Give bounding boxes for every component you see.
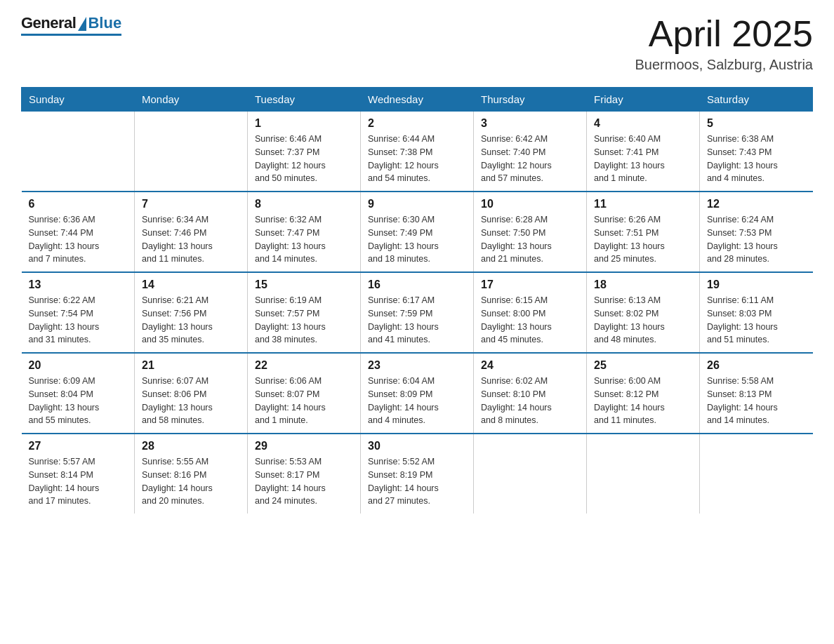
day-info: Sunrise: 6:11 AM Sunset: 8:03 PM Dayligh… xyxy=(707,294,806,347)
calendar-cell: 23Sunrise: 6:04 AM Sunset: 8:09 PM Dayli… xyxy=(361,353,474,434)
calendar-header-row: SundayMondayTuesdayWednesdayThursdayFrid… xyxy=(22,88,813,112)
calendar-cell: 26Sunrise: 5:58 AM Sunset: 8:13 PM Dayli… xyxy=(700,353,813,434)
day-info: Sunrise: 6:26 AM Sunset: 7:51 PM Dayligh… xyxy=(594,213,692,266)
day-info: Sunrise: 6:38 AM Sunset: 7:43 PM Dayligh… xyxy=(707,133,806,185)
day-info: Sunrise: 6:34 AM Sunset: 7:46 PM Dayligh… xyxy=(142,213,240,266)
calendar-cell: 6Sunrise: 6:36 AM Sunset: 7:44 PM Daylig… xyxy=(22,192,135,272)
day-info: Sunrise: 6:28 AM Sunset: 7:50 PM Dayligh… xyxy=(481,213,579,266)
calendar-week-row: 27Sunrise: 5:57 AM Sunset: 8:14 PM Dayli… xyxy=(22,434,813,514)
day-number: 29 xyxy=(255,440,353,452)
day-number: 22 xyxy=(255,359,353,372)
page-header: General Blue April 2025 Buermoos, Salzbu… xyxy=(21,14,813,73)
calendar-cell: 2Sunrise: 6:44 AM Sunset: 7:38 PM Daylig… xyxy=(361,112,474,192)
calendar-cell xyxy=(135,112,248,192)
calendar-cell: 27Sunrise: 5:57 AM Sunset: 8:14 PM Dayli… xyxy=(22,434,135,514)
day-info: Sunrise: 6:15 AM Sunset: 8:00 PM Dayligh… xyxy=(481,294,579,347)
calendar-week-row: 13Sunrise: 6:22 AM Sunset: 7:54 PM Dayli… xyxy=(22,272,813,353)
day-number: 9 xyxy=(368,198,466,210)
day-info: Sunrise: 5:58 AM Sunset: 8:13 PM Dayligh… xyxy=(707,375,806,427)
month-title: April 2025 xyxy=(635,14,813,54)
day-info: Sunrise: 6:04 AM Sunset: 8:09 PM Dayligh… xyxy=(368,375,466,427)
calendar-cell: 15Sunrise: 6:19 AM Sunset: 7:57 PM Dayli… xyxy=(248,272,361,353)
day-number: 23 xyxy=(368,359,466,372)
title-section: April 2025 Buermoos, Salzburg, Austria xyxy=(635,14,813,73)
day-info: Sunrise: 6:22 AM Sunset: 7:54 PM Dayligh… xyxy=(29,294,128,347)
calendar-cell: 7Sunrise: 6:34 AM Sunset: 7:46 PM Daylig… xyxy=(135,192,248,272)
calendar-cell: 19Sunrise: 6:11 AM Sunset: 8:03 PM Dayli… xyxy=(700,272,813,353)
calendar-cell: 14Sunrise: 6:21 AM Sunset: 7:56 PM Dayli… xyxy=(135,272,248,353)
day-number: 13 xyxy=(29,279,128,291)
calendar-cell: 29Sunrise: 5:53 AM Sunset: 8:17 PM Dayli… xyxy=(248,434,361,514)
day-info: Sunrise: 5:57 AM Sunset: 8:14 PM Dayligh… xyxy=(29,455,128,508)
day-number: 24 xyxy=(481,359,579,372)
calendar-cell xyxy=(700,434,813,514)
day-number: 17 xyxy=(481,279,579,291)
day-number: 12 xyxy=(707,198,806,210)
calendar-cell xyxy=(587,434,700,514)
calendar-cell: 18Sunrise: 6:13 AM Sunset: 8:02 PM Dayli… xyxy=(587,272,700,353)
calendar-cell: 16Sunrise: 6:17 AM Sunset: 7:59 PM Dayli… xyxy=(361,272,474,353)
day-number: 1 xyxy=(255,117,353,130)
column-header-tuesday: Tuesday xyxy=(248,88,361,112)
calendar-week-row: 6Sunrise: 6:36 AM Sunset: 7:44 PM Daylig… xyxy=(22,192,813,272)
calendar-cell: 30Sunrise: 5:52 AM Sunset: 8:19 PM Dayli… xyxy=(361,434,474,514)
calendar-cell: 10Sunrise: 6:28 AM Sunset: 7:50 PM Dayli… xyxy=(474,192,587,272)
day-number: 5 xyxy=(707,117,806,130)
calendar-cell: 25Sunrise: 6:00 AM Sunset: 8:12 PM Dayli… xyxy=(587,353,700,434)
location-text: Buermoos, Salzburg, Austria xyxy=(635,57,813,73)
calendar-cell: 12Sunrise: 6:24 AM Sunset: 7:53 PM Dayli… xyxy=(700,192,813,272)
calendar-week-row: 20Sunrise: 6:09 AM Sunset: 8:04 PM Dayli… xyxy=(22,353,813,434)
day-number: 16 xyxy=(368,279,466,291)
calendar-week-row: 1Sunrise: 6:46 AM Sunset: 7:37 PM Daylig… xyxy=(22,112,813,192)
column-header-monday: Monday xyxy=(135,88,248,112)
day-number: 2 xyxy=(368,117,466,130)
day-number: 30 xyxy=(368,440,466,452)
day-info: Sunrise: 6:06 AM Sunset: 8:07 PM Dayligh… xyxy=(255,375,353,427)
logo: General Blue xyxy=(21,14,121,36)
day-number: 6 xyxy=(29,198,128,210)
day-info: Sunrise: 6:44 AM Sunset: 7:38 PM Dayligh… xyxy=(368,133,466,185)
calendar-cell: 4Sunrise: 6:40 AM Sunset: 7:41 PM Daylig… xyxy=(587,112,700,192)
day-info: Sunrise: 6:42 AM Sunset: 7:40 PM Dayligh… xyxy=(481,133,579,185)
calendar-cell: 9Sunrise: 6:30 AM Sunset: 7:49 PM Daylig… xyxy=(361,192,474,272)
day-number: 3 xyxy=(481,117,579,130)
day-info: Sunrise: 6:40 AM Sunset: 7:41 PM Dayligh… xyxy=(594,133,692,185)
logo-underline xyxy=(21,34,121,36)
day-info: Sunrise: 6:30 AM Sunset: 7:49 PM Dayligh… xyxy=(368,213,466,266)
logo-triangle-icon xyxy=(78,17,86,31)
day-info: Sunrise: 6:09 AM Sunset: 8:04 PM Dayligh… xyxy=(29,375,128,427)
day-number: 20 xyxy=(29,359,128,372)
calendar-cell: 1Sunrise: 6:46 AM Sunset: 7:37 PM Daylig… xyxy=(248,112,361,192)
calendar-cell xyxy=(474,434,587,514)
day-info: Sunrise: 5:53 AM Sunset: 8:17 PM Dayligh… xyxy=(255,455,353,508)
calendar-cell: 24Sunrise: 6:02 AM Sunset: 8:10 PM Dayli… xyxy=(474,353,587,434)
column-header-friday: Friday xyxy=(587,88,700,112)
day-info: Sunrise: 6:13 AM Sunset: 8:02 PM Dayligh… xyxy=(594,294,692,347)
column-header-saturday: Saturday xyxy=(700,88,813,112)
calendar-cell: 28Sunrise: 5:55 AM Sunset: 8:16 PM Dayli… xyxy=(135,434,248,514)
day-number: 10 xyxy=(481,198,579,210)
day-number: 15 xyxy=(255,279,353,291)
day-info: Sunrise: 5:52 AM Sunset: 8:19 PM Dayligh… xyxy=(368,455,466,508)
calendar-cell: 11Sunrise: 6:26 AM Sunset: 7:51 PM Dayli… xyxy=(587,192,700,272)
calendar-cell: 21Sunrise: 6:07 AM Sunset: 8:06 PM Dayli… xyxy=(135,353,248,434)
day-info: Sunrise: 6:17 AM Sunset: 7:59 PM Dayligh… xyxy=(368,294,466,347)
day-number: 19 xyxy=(707,279,806,291)
day-info: Sunrise: 6:46 AM Sunset: 7:37 PM Dayligh… xyxy=(255,133,353,185)
day-number: 8 xyxy=(255,198,353,210)
calendar-cell: 5Sunrise: 6:38 AM Sunset: 7:43 PM Daylig… xyxy=(700,112,813,192)
day-number: 27 xyxy=(29,440,128,452)
day-number: 4 xyxy=(594,117,692,130)
calendar-cell: 3Sunrise: 6:42 AM Sunset: 7:40 PM Daylig… xyxy=(474,112,587,192)
day-number: 25 xyxy=(594,359,692,372)
day-info: Sunrise: 6:32 AM Sunset: 7:47 PM Dayligh… xyxy=(255,213,353,266)
calendar-cell: 13Sunrise: 6:22 AM Sunset: 7:54 PM Dayli… xyxy=(22,272,135,353)
day-number: 14 xyxy=(142,279,240,291)
column-header-thursday: Thursday xyxy=(474,88,587,112)
calendar-table: SundayMondayTuesdayWednesdayThursdayFrid… xyxy=(21,87,813,514)
day-info: Sunrise: 6:00 AM Sunset: 8:12 PM Dayligh… xyxy=(594,375,692,427)
day-info: Sunrise: 6:36 AM Sunset: 7:44 PM Dayligh… xyxy=(29,213,128,266)
day-number: 21 xyxy=(142,359,240,372)
day-number: 28 xyxy=(142,440,240,452)
day-number: 18 xyxy=(594,279,692,291)
